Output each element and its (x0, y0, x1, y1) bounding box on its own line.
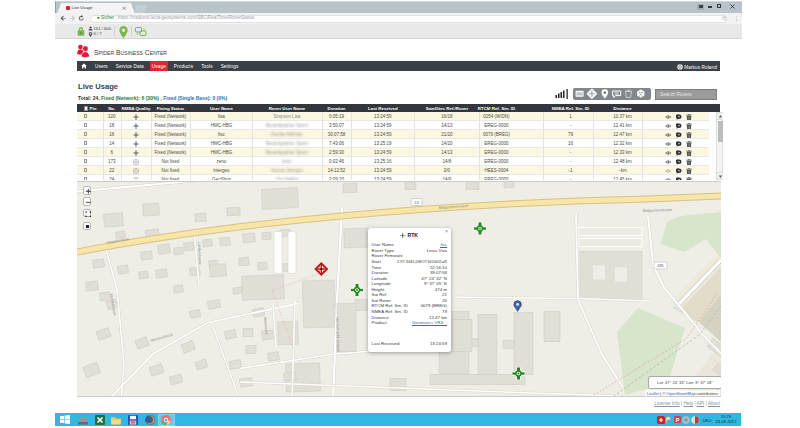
svg-text:485: 485 (657, 263, 664, 268)
svg-text:P: P (676, 417, 680, 423)
svg-text:13: 13 (414, 199, 419, 204)
svg-text:Länderstrasse: Länderstrasse (197, 241, 202, 264)
